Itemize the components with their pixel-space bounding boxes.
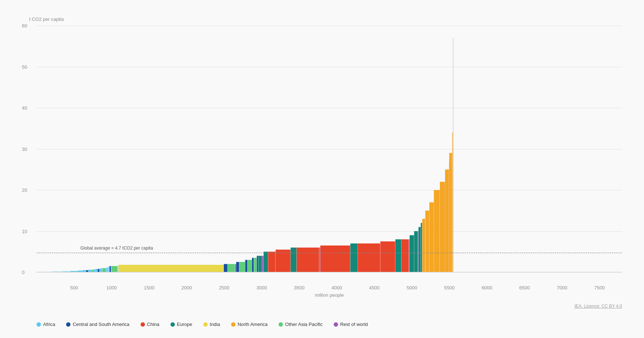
global-avg-label: Global average = 4.7 tCO2 per capita — [80, 246, 153, 251]
legend-item: India — [203, 322, 220, 327]
x-tick-label: 6500 — [519, 285, 530, 290]
bar — [380, 242, 395, 272]
x-tick-label: 1000 — [106, 285, 117, 290]
bar — [245, 260, 248, 272]
legend-label: Other Asia Pacific — [285, 322, 323, 327]
y-tick-label: 60 — [22, 23, 27, 29]
bar — [257, 256, 258, 272]
legend-label: China — [147, 322, 160, 327]
bar — [401, 239, 409, 272]
y-tick-label: 0 — [22, 270, 24, 275]
legend-label: Central and South America — [73, 322, 129, 327]
legend-item: Europe — [170, 322, 192, 327]
bar — [118, 266, 118, 272]
bar — [118, 265, 118, 272]
bar — [111, 266, 111, 272]
bar — [395, 239, 401, 272]
legend-item: Africa — [37, 322, 55, 327]
bar — [429, 202, 434, 272]
legend-label: North America — [238, 322, 268, 327]
chart-area: 0102030405060 Global average = 4.7 tCO2 … — [37, 26, 622, 272]
bar — [109, 266, 109, 272]
bar — [235, 264, 236, 273]
legend-item: China — [141, 322, 160, 327]
bar — [262, 256, 264, 272]
bar — [414, 231, 418, 273]
bar — [258, 256, 262, 272]
legend-item: Other Asia Pacific — [279, 322, 323, 327]
x-axis-title: million people — [315, 292, 344, 298]
legend-label: India — [210, 322, 220, 327]
bar — [252, 258, 254, 272]
x-tick-label: 4000 — [331, 285, 342, 290]
bar — [268, 252, 275, 272]
bar — [449, 153, 452, 272]
legend-dot — [203, 322, 208, 327]
legend-dot — [66, 322, 70, 327]
chart-container: t CO2 per capita 0102030405060 Global av… — [0, 0, 644, 338]
bar — [445, 170, 445, 272]
bar — [320, 246, 350, 272]
legend-item: North America — [231, 322, 268, 327]
x-tick-label: 2500 — [219, 285, 230, 290]
bar — [410, 235, 414, 272]
legend-item: Central and South America — [66, 322, 129, 327]
x-tick-label: 7500 — [594, 285, 605, 290]
x-tick-label: 4500 — [369, 285, 380, 290]
legend-label: Africa — [43, 322, 55, 327]
bar — [239, 262, 245, 272]
bar — [418, 227, 421, 272]
bar — [110, 266, 111, 272]
grid-line — [37, 272, 622, 273]
bar — [440, 182, 445, 273]
bar — [453, 38, 453, 272]
legend-dot — [170, 322, 175, 327]
bar — [426, 210, 429, 272]
y-tick-label: 50 — [22, 64, 27, 69]
x-tick-label: 3000 — [256, 285, 267, 290]
x-tick-label: 3500 — [294, 285, 304, 290]
bars-svg — [37, 26, 622, 272]
bar — [108, 267, 109, 272]
legend-item: Rest of world — [334, 322, 368, 327]
legend-dot — [141, 322, 145, 327]
legend-dot — [231, 322, 235, 327]
bar — [236, 262, 239, 272]
bar — [358, 243, 380, 272]
legend: AfricaCentral and South AmericaChinaEuro… — [37, 322, 368, 327]
bar — [319, 248, 320, 273]
bar — [223, 265, 224, 272]
bar — [118, 265, 223, 272]
x-tick-label: 5000 — [407, 285, 417, 290]
bar — [409, 239, 410, 272]
y-tick-label: 10 — [22, 228, 27, 234]
x-tick-label: 7000 — [557, 285, 567, 290]
bar — [421, 223, 422, 272]
bar — [291, 248, 296, 273]
bar — [254, 258, 257, 272]
legend-dot — [37, 322, 41, 327]
bar — [350, 243, 358, 272]
x-tick-label: 2000 — [181, 285, 192, 290]
bar — [425, 210, 426, 272]
legend-label: Rest of world — [340, 322, 368, 327]
bar — [422, 219, 425, 272]
x-tick-label: 6000 — [482, 285, 492, 290]
x-tick-label: 1500 — [144, 285, 154, 290]
y-tick-label: 20 — [22, 187, 27, 193]
bar — [297, 248, 319, 273]
y-axis-label: t CO2 per capita — [29, 16, 64, 22]
bar — [107, 267, 108, 273]
x-axis-line — [37, 272, 622, 272]
y-tick-label: 30 — [22, 146, 27, 152]
iea-credit[interactable]: IEA. Licence: CC BY 4.0 — [574, 304, 622, 309]
bar — [227, 264, 235, 273]
bar — [434, 190, 440, 272]
x-tick-label: 500 — [70, 285, 78, 290]
bar — [112, 266, 118, 272]
legend-label: Europe — [177, 322, 192, 327]
x-tick-label: 5500 — [444, 285, 455, 290]
bar — [445, 170, 449, 272]
bar — [248, 260, 252, 272]
bar — [224, 264, 227, 273]
